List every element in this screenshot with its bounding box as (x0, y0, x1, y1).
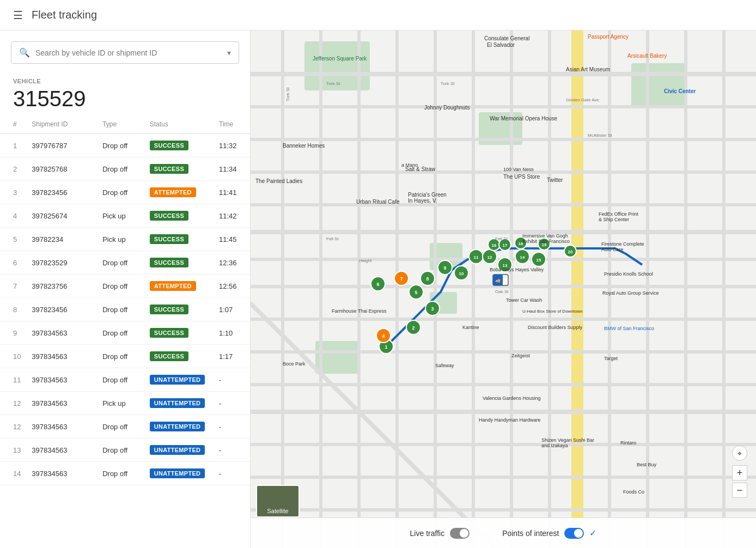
row-status: UNATTEMPTED (145, 439, 215, 462)
svg-text:Kantine: Kantine (462, 325, 479, 330)
row-num: 2 (0, 157, 27, 181)
poi-knob (574, 529, 583, 538)
svg-text:Zeitgeist: Zeitgeist (511, 353, 531, 358)
vehicle-section: VEHICLE 315529 (0, 69, 250, 115)
status-badge: ATTEMPTED (150, 187, 196, 197)
table-row[interactable]: 5 39782234 Pick up SUCCESS 11:45 (0, 228, 250, 251)
svg-text:Auto Care: Auto Care (601, 247, 624, 252)
row-num: 7 (0, 275, 27, 298)
table-row[interactable]: 6 397823529 Drop off SUCCESS 12:36 (0, 251, 250, 275)
row-type: Drop off (98, 134, 145, 157)
table-row[interactable]: 12 397834563 Drop off UNATTEMPTED - (0, 415, 250, 439)
status-badge: UNATTEMPTED (150, 398, 205, 408)
search-box[interactable]: 🔍 ▾ (11, 41, 239, 64)
svg-text:15: 15 (536, 258, 541, 263)
row-num: 8 (0, 298, 27, 321)
table-row[interactable]: 8 397823456 Drop off SUCCESS 1:07 (0, 298, 250, 321)
col-num: # (0, 115, 27, 134)
satellite-thumbnail[interactable]: Satellite (256, 485, 300, 517)
svg-text:Presidio Knolls School: Presidio Knolls School (604, 271, 653, 277)
col-time: Time (215, 115, 250, 134)
row-time: - (215, 368, 250, 392)
status-badge: SUCCESS (150, 211, 188, 221)
row-time: 1:07 (215, 298, 250, 321)
svg-text:& Ship Center: & Ship Center (599, 217, 629, 222)
row-num: 6 (0, 251, 27, 275)
row-type: Pick up (98, 392, 145, 415)
row-num: 9 (0, 321, 27, 345)
vehicle-id: 315529 (13, 87, 237, 111)
svg-text:Boce Park: Boce Park (283, 361, 306, 367)
dropdown-icon[interactable]: ▾ (227, 48, 231, 57)
svg-text:Shizen Vegan Sushi Bar: Shizen Vegan Sushi Bar (541, 437, 594, 443)
row-shipment-id: 397823529 (27, 251, 98, 275)
poi-check-icon: ✓ (589, 528, 596, 538)
row-status: ATTEMPTED (145, 275, 215, 298)
svg-text:Target: Target (604, 356, 618, 361)
row-type: Drop off (98, 251, 145, 275)
status-badge: UNATTEMPTED (150, 375, 205, 385)
svg-text:8: 8 (426, 276, 429, 282)
svg-text:5: 5 (414, 290, 417, 295)
row-type: Drop off (98, 462, 145, 485)
svg-text:Oak St: Oak St (495, 289, 509, 294)
status-badge: UNATTEMPTED (150, 445, 205, 455)
table-row[interactable]: 12 397834563 Pick up UNATTEMPTED - (0, 392, 250, 415)
row-status: SUCCESS (145, 134, 215, 157)
svg-text:Valencia Gardens Housing: Valencia Gardens Housing (483, 395, 540, 401)
svg-rect-2 (631, 63, 686, 107)
table-row[interactable]: 11 397834563 Drop off UNATTEMPTED - (0, 368, 250, 392)
zoom-out-button[interactable]: − (732, 483, 747, 498)
svg-text:Banneker Homes: Banneker Homes (283, 143, 325, 149)
row-type: Drop off (98, 181, 145, 204)
svg-text:Immersive Van Gogh: Immersive Van Gogh (522, 233, 568, 239)
row-time: - (215, 439, 250, 462)
zoom-in-button[interactable]: + (732, 465, 747, 480)
svg-text:Johnny Doughnuts: Johnny Doughnuts (424, 105, 470, 111)
svg-text:BMW of San Francisco: BMW of San Francisco (604, 326, 654, 331)
table-row[interactable]: 10 397834563 Drop off SUCCESS 1:17 (0, 345, 250, 368)
status-badge: UNATTEMPTED (150, 468, 205, 478)
status-badge: ATTEMPTED (150, 281, 196, 291)
table-row[interactable]: 2 397825768 Drop off SUCCESS 11:34 (0, 157, 250, 181)
col-type: Type (98, 115, 145, 134)
svg-text:20: 20 (568, 249, 573, 254)
search-input[interactable] (35, 48, 222, 57)
svg-text:1: 1 (385, 344, 387, 350)
svg-text:Turk St: Turk St (441, 81, 455, 86)
row-status: SUCCESS (145, 298, 215, 321)
poi-toggle[interactable] (564, 528, 584, 539)
row-type: Drop off (98, 275, 145, 298)
svg-text:Handy Handyman Hardware: Handy Handyman Hardware (479, 417, 541, 423)
table-row[interactable]: 13 397834563 Drop off UNATTEMPTED - (0, 439, 250, 462)
table-row[interactable]: 4 397825674 Pick up SUCCESS 11:42 (0, 204, 250, 228)
svg-text:Farmhouse Thai Express: Farmhouse Thai Express (332, 308, 387, 314)
poi-toggle-item: Points of interest ✓ (502, 528, 596, 539)
table-row[interactable]: 7 397823756 Drop off ATTEMPTED 12:56 (0, 275, 250, 298)
live-traffic-toggle[interactable] (450, 528, 470, 539)
svg-text:Patricia's Green: Patricia's Green (408, 192, 447, 198)
table-row[interactable]: 14 397834563 Drop off UNATTEMPTED - (0, 462, 250, 485)
map-area[interactable]: 1 2 3 4 5 (251, 31, 756, 548)
svg-text:16: 16 (492, 243, 497, 248)
table-row[interactable]: 1 397976787 Drop off SUCCESS 11:32 (0, 134, 250, 157)
row-status: SUCCESS (145, 228, 215, 251)
menu-icon[interactable]: ☰ (13, 9, 23, 22)
row-time: 11:42 (215, 204, 250, 228)
compass-button[interactable]: ⌖ (732, 446, 747, 461)
svg-text:Discount Builders Supply: Discount Builders Supply (528, 325, 583, 330)
table-row[interactable]: 3 397823456 Drop off ATTEMPTED 11:41 (0, 181, 250, 204)
search-container: 🔍 ▾ (0, 31, 250, 69)
row-time: - (215, 462, 250, 485)
map-bottom-bar: Live traffic Points of interest ✓ (251, 517, 756, 548)
table-row[interactable]: 9 397834563 Drop off SUCCESS 1:10 (0, 321, 250, 345)
live-traffic-label: Live traffic (410, 529, 445, 538)
row-num: 12 (0, 415, 27, 439)
col-shipment-id: Shipment ID (27, 115, 98, 134)
svg-text:The UPS Store: The UPS Store (503, 174, 540, 180)
row-num: 12 (0, 392, 27, 415)
row-num: 10 (0, 345, 27, 368)
row-type: Drop off (98, 321, 145, 345)
svg-text:War Memorial Opera House: War Memorial Opera House (490, 115, 558, 121)
svg-text:In Hayes, V.: In Hayes, V. (408, 198, 437, 204)
